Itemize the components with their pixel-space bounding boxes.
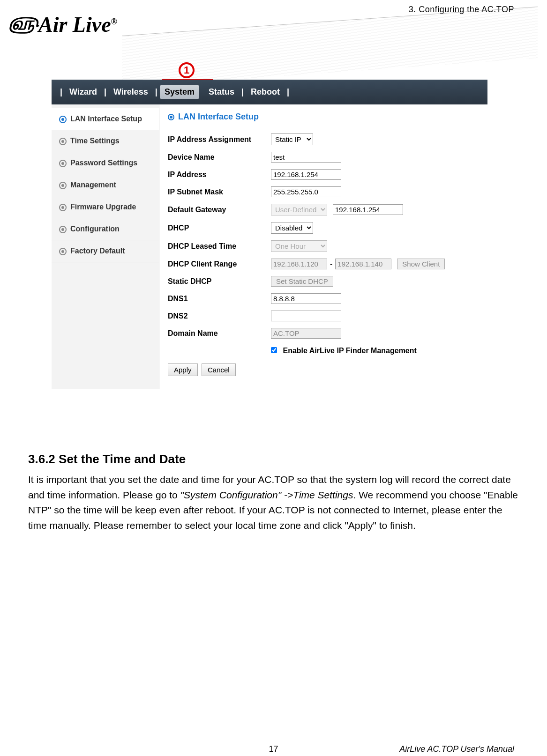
radio-icon bbox=[59, 226, 67, 233]
article-heading: 3.6.2 Set the Time and Date bbox=[28, 450, 519, 468]
ip-assignment-select[interactable]: Static IP bbox=[271, 133, 313, 145]
subnet-input[interactable] bbox=[271, 186, 341, 197]
callout-1: 1 bbox=[179, 62, 195, 78]
domain-label: Domain Name bbox=[168, 329, 271, 338]
nav-reboot[interactable]: Reboot bbox=[246, 85, 285, 99]
device-name-input[interactable] bbox=[271, 152, 341, 163]
sidebar-item-management[interactable]: Management bbox=[52, 174, 159, 196]
ip-assignment-label: IP Address Assignment bbox=[168, 135, 271, 144]
router-ui-screenshot: | Wizard | Wireless | System Status | Re… bbox=[52, 80, 487, 389]
sidebar-item-time[interactable]: Time Settings bbox=[52, 130, 159, 152]
section-title: LAN Interface Setup bbox=[168, 112, 479, 122]
dhcp-lease-select: One Hour bbox=[271, 240, 327, 252]
dns2-input[interactable] bbox=[271, 311, 341, 321]
gateway-mode-select: User-Defined bbox=[271, 204, 327, 215]
nav-wizard[interactable]: Wizard bbox=[65, 85, 102, 99]
dns1-input[interactable] bbox=[271, 293, 341, 304]
top-navbar: | Wizard | Wireless | System Status | Re… bbox=[52, 80, 487, 104]
sidebar-item-lan[interactable]: LAN Interface Setup bbox=[52, 108, 159, 130]
nav-wireless[interactable]: Wireless bbox=[109, 85, 153, 99]
radio-icon bbox=[59, 116, 67, 123]
sidebar: LAN Interface Setup Time Settings Passwo… bbox=[52, 104, 159, 389]
ip-address-input[interactable] bbox=[271, 169, 341, 180]
page-number: 17 bbox=[269, 744, 278, 754]
dhcp-range-separator: - bbox=[330, 260, 332, 268]
gateway-input[interactable] bbox=[333, 204, 403, 215]
domain-input bbox=[271, 328, 341, 339]
brand-logo: ௵Air Live® bbox=[9, 14, 117, 36]
sidebar-item-firmware[interactable]: Firmware Upgrade bbox=[52, 196, 159, 218]
radio-icon bbox=[168, 114, 174, 120]
cancel-button[interactable]: Cancel bbox=[202, 363, 236, 376]
radio-icon bbox=[59, 204, 67, 211]
dhcp-lease-label: DHCP Leased Time bbox=[168, 242, 271, 251]
dhcp-range-from bbox=[271, 259, 327, 269]
subnet-label: IP Subnet Mask bbox=[168, 188, 271, 196]
dhcp-select[interactable]: Disabled bbox=[271, 222, 313, 234]
radio-icon bbox=[59, 182, 67, 189]
dns2-label: DNS2 bbox=[168, 312, 271, 320]
ip-address-label: IP Address bbox=[168, 170, 271, 179]
static-dhcp-label: Static DHCP bbox=[168, 277, 271, 286]
main-panel: LAN Interface Setup IP Address Assignmen… bbox=[159, 104, 487, 389]
gateway-label: Default Gateway bbox=[168, 206, 271, 214]
radio-icon bbox=[59, 138, 67, 145]
dhcp-label: DHCP bbox=[168, 224, 271, 232]
apply-button[interactable]: Apply bbox=[168, 363, 198, 376]
device-name-label: Device Name bbox=[168, 153, 271, 162]
dhcp-range-label: DHCP Client Range bbox=[168, 260, 271, 268]
radio-icon bbox=[59, 160, 67, 167]
radio-icon bbox=[59, 248, 67, 255]
sidebar-item-password[interactable]: Password Settings bbox=[52, 152, 159, 174]
set-static-dhcp-button: Set Static DHCP bbox=[271, 276, 333, 287]
article-text: 3.6.2 Set the Time and Date It is import… bbox=[28, 450, 519, 533]
nav-system[interactable]: System bbox=[160, 85, 199, 99]
ipfinder-checkbox[interactable] bbox=[271, 347, 277, 353]
ipfinder-label: Enable AirLive IP Finder Management bbox=[283, 347, 416, 355]
nav-status[interactable]: Status bbox=[204, 85, 239, 99]
sidebar-item-factory[interactable]: Factory Default bbox=[52, 240, 159, 262]
show-client-button: Show Client bbox=[397, 259, 445, 269]
dhcp-range-to bbox=[335, 259, 391, 269]
book-title: AirLive AC.TOP User's Manual bbox=[399, 744, 514, 754]
sidebar-item-config[interactable]: Configuration bbox=[52, 218, 159, 240]
dns1-label: DNS1 bbox=[168, 295, 271, 303]
chapter-header: 3. Configuring the AC.TOP bbox=[409, 5, 514, 15]
